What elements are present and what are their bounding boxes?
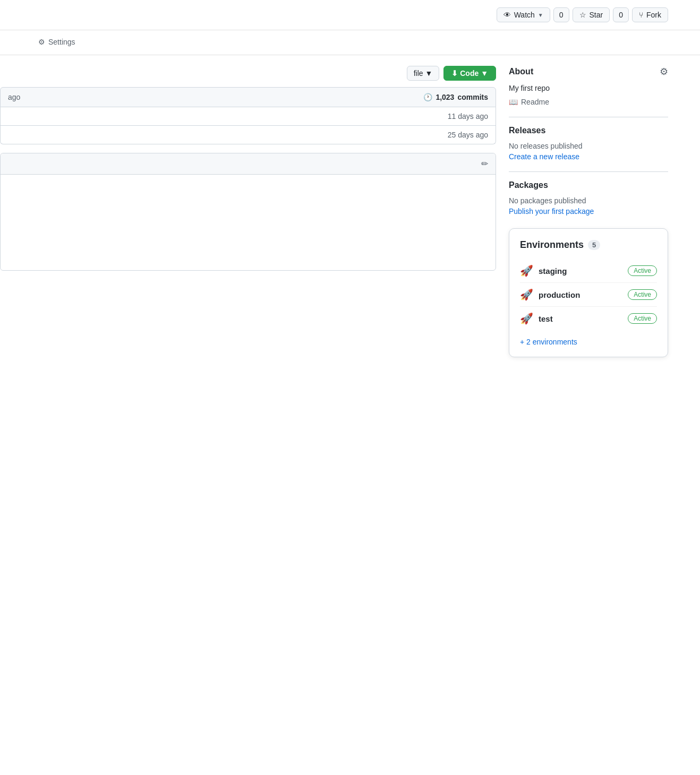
readme-link[interactable]: 📖 Readme [509, 98, 668, 106]
env-name-test: test [539, 314, 622, 323]
code-button[interactable]: ⬇ Code ▼ [443, 66, 496, 81]
commits-bar: ago 🕐 1,023 commits [0, 87, 496, 107]
env-status-staging: Active [628, 265, 657, 276]
publish-package-link[interactable]: Publish your first package [509, 207, 594, 216]
add-file-label: file ▼ [414, 69, 433, 78]
commits-count-group: 🕐 1,023 commits [423, 93, 488, 101]
environments-card: Environments 5 🚀 staging Active 🚀 produc… [509, 228, 668, 357]
star-label: Star [590, 11, 603, 19]
about-gear-icon[interactable]: ⚙ [660, 66, 668, 78]
file-table: 11 days ago 25 days ago [0, 107, 496, 144]
rocket-icon-staging: 🚀 [520, 264, 533, 277]
code-label: ⬇ Code ▼ [451, 69, 488, 78]
fork-label: Fork [646, 11, 661, 19]
commits-number: 1,023 [436, 93, 454, 101]
env-name-production: production [539, 290, 622, 299]
about-description: My first repo [509, 84, 668, 92]
about-header: About ⚙ [509, 66, 668, 78]
env-row-test[interactable]: 🚀 test Active [520, 307, 657, 330]
top-bar: 👁 Watch ▼ 0 ☆ Star 0 ⑂ Fork [0, 0, 700, 30]
readme-box: ✏ [0, 153, 496, 271]
main-content: file ▼ ⬇ Code ▼ ago 🕐 1,023 commits [0, 55, 700, 368]
rocket-icon-production: 🚀 [520, 288, 533, 301]
env-status-test: Active [628, 313, 657, 324]
fork-icon: ⑂ [639, 11, 643, 19]
rocket-icon-test: 🚀 [520, 312, 533, 325]
env-row-staging[interactable]: 🚀 staging Active [520, 259, 657, 283]
file-date-1: 11 days ago [448, 112, 488, 120]
commits-label: commits [457, 93, 488, 101]
left-panel: file ▼ ⬇ Code ▼ ago 🕐 1,023 commits [0, 66, 496, 357]
settings-tab-label: Settings [48, 38, 75, 46]
fork-button[interactable]: ⑂ Fork [632, 7, 668, 22]
divider-releases-packages [509, 171, 668, 172]
file-actions: file ▼ ⬇ Code ▼ [0, 66, 496, 81]
divider-about-releases [509, 117, 668, 117]
star-count: 0 [613, 7, 629, 22]
ago-label: ago [8, 93, 20, 101]
env-status-production: Active [628, 289, 657, 300]
watch-button[interactable]: 👁 Watch ▼ [497, 7, 550, 22]
watch-count: 0 [553, 7, 569, 22]
book-icon: 📖 [509, 98, 518, 106]
gear-nav-icon: ⚙ [38, 38, 45, 46]
no-packages-text: No packages published [509, 196, 668, 205]
packages-title: Packages [509, 180, 668, 190]
page-container: 👁 Watch ▼ 0 ☆ Star 0 ⑂ Fork ⚙ Settings f… [0, 0, 700, 775]
table-row: 25 days ago [1, 126, 496, 144]
tab-settings[interactable]: ⚙ Settings [32, 30, 82, 55]
env-header: Environments 5 [520, 239, 657, 251]
chevron-down-icon: ▼ [538, 12, 543, 18]
right-panel: About ⚙ My first repo 📖 Readme Releases … [509, 66, 668, 357]
more-environments-link[interactable]: + 2 environments [520, 338, 657, 346]
readme-link-label: Readme [521, 98, 549, 106]
environments-count-badge: 5 [588, 240, 600, 250]
pencil-icon[interactable]: ✏ [481, 159, 488, 169]
eye-icon: 👁 [503, 11, 511, 19]
about-section: About ⚙ My first repo 📖 Readme [509, 66, 668, 106]
env-name-staging: staging [539, 266, 622, 275]
table-row: 11 days ago [1, 107, 496, 126]
nav-tabs: ⚙ Settings [0, 30, 700, 55]
star-icon: ☆ [579, 11, 586, 19]
create-release-link[interactable]: Create a new release [509, 152, 579, 161]
env-row-production[interactable]: 🚀 production Active [520, 283, 657, 307]
releases-title: Releases [509, 126, 668, 135]
releases-section: Releases No releases published Create a … [509, 126, 668, 161]
file-date-2: 25 days ago [448, 131, 488, 139]
add-file-button[interactable]: file ▼ [407, 66, 440, 81]
environments-title: Environments [520, 239, 584, 251]
about-title: About [509, 67, 533, 76]
readme-header: ✏ [1, 153, 496, 175]
readme-body [1, 175, 496, 270]
watch-label: Watch [514, 11, 535, 19]
packages-section: Packages No packages published Publish y… [509, 180, 668, 216]
clock-icon: 🕐 [423, 93, 432, 101]
star-button[interactable]: ☆ Star [573, 7, 610, 22]
no-releases-text: No releases published [509, 142, 668, 150]
